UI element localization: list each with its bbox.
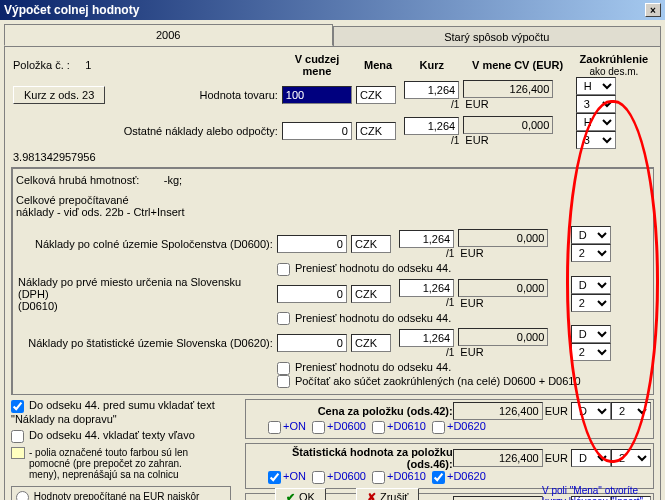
naklady-zaok-dec[interactable]: 3: [576, 131, 616, 149]
footer-help-text: V poli "Mena" otvoríte kurzy klávesou "I…: [542, 485, 652, 500]
naklady-kurz-div: /1: [404, 135, 459, 146]
s46-zaok-mode[interactable]: D: [571, 449, 611, 467]
d0610-label1: Náklady po prvé miesto určenia na Sloven…: [18, 276, 241, 300]
tab-stary-sposob[interactable]: Starý spôsob výpočtu: [333, 26, 662, 48]
close-icon[interactable]: ×: [645, 3, 661, 17]
ok-button[interactable]: ✔OOKK: [275, 488, 326, 500]
polozka-number: 1: [85, 59, 91, 71]
kurz-button[interactable]: Kurz z ods. 23: [13, 86, 105, 104]
d0610-eur: [458, 279, 548, 297]
yellow-swatch: [11, 447, 25, 459]
cancel-button[interactable]: ✘Zrušiť: [356, 488, 420, 500]
d0610-zaok-mode[interactable]: D: [571, 276, 611, 294]
check-icon: ✔: [286, 491, 295, 500]
s42-zaok-mode[interactable]: D: [571, 402, 611, 420]
d0620-zaok-mode[interactable]: D: [571, 325, 611, 343]
d0610-transfer-checkbox[interactable]: [277, 312, 290, 325]
decimal-note: 3.981342957956: [13, 151, 654, 163]
d0620-zaok-dec[interactable]: 2: [571, 343, 611, 361]
col-mena: Mena: [364, 59, 392, 71]
s46-on-checkbox[interactable]: [268, 471, 281, 484]
tab-2006[interactable]: 2006: [4, 24, 333, 46]
window-title: Výpočet colnej hodnoty: [4, 3, 139, 17]
tovar-zaok-mode[interactable]: H: [576, 77, 616, 95]
section-46: Štatistická hodnota za položku (ods.46):…: [245, 443, 654, 489]
d0600-input[interactable]: [277, 235, 347, 253]
d0600-zaok-mode[interactable]: D: [571, 226, 611, 244]
ostatne-naklady-label: Ostatné náklady alebo odpočty:: [124, 125, 278, 137]
d0620-eur: [458, 328, 548, 346]
s42-d0620-checkbox[interactable]: [432, 421, 445, 434]
d0610-mena[interactable]: [351, 285, 391, 303]
col-zaok-sub: ako des.m.: [589, 66, 638, 77]
d0620-mena[interactable]: [351, 334, 391, 352]
s46-d0620-checkbox[interactable]: [432, 471, 445, 484]
round-then-sum-radio[interactable]: [16, 491, 29, 500]
hrub-label: Celková hrubá hmotnosť:: [16, 174, 139, 186]
d0600-transfer-checkbox[interactable]: [277, 263, 290, 276]
d0620-transfer-checkbox[interactable]: [277, 362, 290, 375]
d0610-zaok-dec[interactable]: 2: [571, 294, 611, 312]
s42-zaok-dec[interactable]: 2: [611, 402, 651, 420]
x-icon: ✘: [367, 491, 376, 500]
d0620-kurz[interactable]: [399, 329, 454, 347]
tovar-mena-input[interactable]: [356, 86, 396, 104]
col-cudzej: V cudzej mene: [295, 53, 340, 77]
prepoc-label2: náklady - viď ods. 22b - Ctrl+Insert: [16, 206, 649, 218]
rounding-radio-group: Hodnoty prepočítané na EUR najskôr zaokr…: [11, 486, 231, 500]
naklady-zaok-mode[interactable]: H: [576, 113, 616, 131]
s42-on-checkbox[interactable]: [268, 421, 281, 434]
hrub-value: -kg;: [164, 174, 182, 186]
hodnota-tovaru-input[interactable]: [282, 86, 352, 104]
d0600-eur: [458, 229, 548, 247]
tovar-zaok-dec[interactable]: 3: [576, 95, 616, 113]
tovar-kurz-input[interactable]: [404, 81, 459, 99]
s42-d0600-checkbox[interactable]: [312, 421, 325, 434]
d0610-input[interactable]: [277, 285, 347, 303]
s42-d0610-checkbox[interactable]: [372, 421, 385, 434]
odsek44-text-checkbox[interactable]: [11, 400, 24, 413]
naklady-eur-output: [463, 116, 553, 134]
d0600-label: Náklady po colné územie Spoločenstva (D0…: [35, 238, 273, 250]
naklady-mena-input[interactable]: [356, 122, 396, 140]
d0620-label: Náklady po štatistické územie Slovenska …: [28, 337, 273, 349]
odsek44-left-checkbox[interactable]: [11, 430, 24, 443]
naklady-group: Celková hrubá hmotnosť: -kg; Celkové pre…: [11, 167, 654, 395]
d0610-label2: (D0610): [18, 300, 58, 312]
tovar-eur-output: [463, 80, 553, 98]
s46-d0600-checkbox[interactable]: [312, 471, 325, 484]
d0620-input[interactable]: [277, 334, 347, 352]
col-kurz: Kurz: [420, 59, 444, 71]
d0600-zaok-dec[interactable]: 2: [571, 244, 611, 262]
s46-title: Štatistická hodnota za položku (ods.46):: [248, 446, 453, 470]
d0610-kurz[interactable]: [399, 279, 454, 297]
d0600-mena[interactable]: [351, 235, 391, 253]
prepoc-label1: Celkové prepočítavané: [16, 194, 649, 206]
ostatne-naklady-input[interactable]: [282, 122, 352, 140]
s47-value: [453, 496, 543, 500]
hodnota-tovaru-label: Hodnota tovaru:: [111, 89, 278, 101]
naklady-kurz-input[interactable]: [404, 117, 459, 135]
d0600-kurz[interactable]: [399, 230, 454, 248]
main-panel: Položka č. : 1 V cudzej mene Mena Kurz V…: [4, 46, 661, 500]
s46-zaok-dec[interactable]: 2: [611, 449, 651, 467]
col-zaok: Zaokrúhlenie: [580, 53, 648, 65]
s42-title: Cena za položku (ods.42):: [248, 405, 453, 417]
eur-label: EUR: [465, 98, 488, 110]
s46-value: [453, 449, 543, 467]
section-42: Cena za položku (ods.42): EUR D 2 +ON +D…: [245, 399, 654, 439]
col-eur: V mene CV (EUR): [472, 59, 563, 71]
polozka-label: Položka č. :: [13, 59, 70, 71]
d0620-sum-checkbox[interactable]: [277, 375, 290, 388]
tovar-kurz-div: /1: [404, 99, 459, 110]
tabs: 2006 Starý spôsob výpočtu: [4, 24, 661, 46]
s46-d0610-checkbox[interactable]: [372, 471, 385, 484]
s42-value: [453, 402, 543, 420]
titlebar: Výpočet colnej hodnoty ×: [0, 0, 665, 20]
